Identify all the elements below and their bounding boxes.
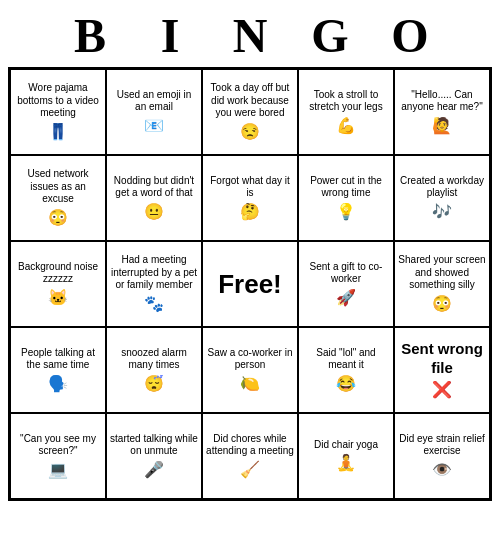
- cell-emoji-8: 💡: [336, 202, 356, 222]
- bingo-cell-11[interactable]: Had a meeting interrupted by a pet or fa…: [106, 241, 202, 327]
- letter-n: N: [210, 8, 290, 63]
- cell-text-4: "Hello..... Can anyone hear me?": [398, 89, 486, 114]
- cell-emoji-24: 👁️: [432, 460, 452, 480]
- bingo-cell-2[interactable]: Took a day off but did work because you …: [202, 69, 298, 155]
- cell-text-17: Saw a co-worker in person: [206, 347, 294, 372]
- bingo-title: B I N G O: [50, 8, 450, 63]
- cell-text-13: Sent a gift to co-worker: [302, 261, 390, 286]
- cell-emoji-19: ❌: [432, 380, 452, 400]
- cell-text-15: People talking at the same time: [14, 347, 102, 372]
- cell-text-23: Did chair yoga: [314, 439, 378, 452]
- cell-text-16: snoozed alarm many times: [110, 347, 198, 372]
- cell-text-7: Forgot what day it is: [206, 175, 294, 200]
- cell-text-10: Background noise zzzzzz: [14, 261, 102, 286]
- letter-g: G: [290, 8, 370, 63]
- free-text: Free!: [218, 268, 282, 301]
- cell-emoji-14: 😳: [432, 294, 452, 314]
- bingo-cell-17[interactable]: Saw a co-worker in person🍋: [202, 327, 298, 413]
- letter-i: I: [130, 8, 210, 63]
- bingo-cell-13[interactable]: Sent a gift to co-worker🚀: [298, 241, 394, 327]
- bingo-cell-10[interactable]: Background noise zzzzzz🐱: [10, 241, 106, 327]
- cell-emoji-1: 📧: [144, 116, 164, 136]
- bingo-cell-14[interactable]: Shared your screen and showed something …: [394, 241, 490, 327]
- cell-text-6: Nodding but didn't get a word of that: [110, 175, 198, 200]
- cell-text-9: Created a workday playlist: [398, 175, 486, 200]
- letter-b: B: [50, 8, 130, 63]
- bingo-grid: Wore pajama bottoms to a video meeting👖U…: [8, 67, 492, 501]
- cell-emoji-20: 💻: [48, 460, 68, 480]
- bingo-cell-1[interactable]: Used an emoji in an email📧: [106, 69, 202, 155]
- bingo-cell-6[interactable]: Nodding but didn't get a word of that😐: [106, 155, 202, 241]
- cell-text-8: Power cut in the wrong time: [302, 175, 390, 200]
- bingo-cell-18[interactable]: Said "lol" and meant it😂: [298, 327, 394, 413]
- bingo-cell-3[interactable]: Took a stroll to stretch your legs💪: [298, 69, 394, 155]
- cell-text-20: "Can you see my screen?": [14, 433, 102, 458]
- cell-emoji-10: 🐱: [48, 288, 68, 308]
- cell-emoji-13: 🚀: [336, 288, 356, 308]
- bingo-cell-21[interactable]: started talking while on unmute🎤: [106, 413, 202, 499]
- cell-text-11: Had a meeting interrupted by a pet or fa…: [110, 254, 198, 292]
- letter-o: O: [370, 8, 450, 63]
- bingo-cell-24[interactable]: Did eye strain relief exercise👁️: [394, 413, 490, 499]
- cell-emoji-6: 😐: [144, 202, 164, 222]
- cell-text-19: Sent wrong file: [398, 340, 486, 378]
- bingo-cell-9[interactable]: Created a workday playlist🎶: [394, 155, 490, 241]
- cell-text-24: Did eye strain relief exercise: [398, 433, 486, 458]
- cell-emoji-5: 😳: [48, 208, 68, 228]
- cell-emoji-0: 👖: [48, 122, 68, 142]
- bingo-cell-23[interactable]: Did chair yoga🧘: [298, 413, 394, 499]
- cell-emoji-16: 😴: [144, 374, 164, 394]
- bingo-cell-8[interactable]: Power cut in the wrong time💡: [298, 155, 394, 241]
- cell-emoji-2: 😒: [240, 122, 260, 142]
- cell-emoji-22: 🧹: [240, 460, 260, 480]
- cell-emoji-11: 🐾: [144, 294, 164, 314]
- cell-text-14: Shared your screen and showed something …: [398, 254, 486, 292]
- cell-emoji-21: 🎤: [144, 460, 164, 480]
- cell-text-3: Took a stroll to stretch your legs: [302, 89, 390, 114]
- cell-text-0: Wore pajama bottoms to a video meeting: [14, 82, 102, 120]
- cell-text-22: Did chores while attending a meeting: [206, 433, 294, 458]
- bingo-cell-7[interactable]: Forgot what day it is🤔: [202, 155, 298, 241]
- cell-emoji-17: 🍋: [240, 374, 260, 394]
- bingo-cell-19[interactable]: Sent wrong file❌: [394, 327, 490, 413]
- bingo-cell-12[interactable]: Free!: [202, 241, 298, 327]
- cell-text-18: Said "lol" and meant it: [302, 347, 390, 372]
- bingo-cell-22[interactable]: Did chores while attending a meeting🧹: [202, 413, 298, 499]
- cell-emoji-4: 🙋: [432, 116, 452, 136]
- bingo-cell-16[interactable]: snoozed alarm many times😴: [106, 327, 202, 413]
- cell-emoji-15: 🗣️: [48, 374, 68, 394]
- cell-emoji-23: 🧘: [336, 453, 356, 473]
- cell-emoji-7: 🤔: [240, 202, 260, 222]
- bingo-cell-5[interactable]: Used network issues as an excuse😳: [10, 155, 106, 241]
- cell-text-5: Used network issues as an excuse: [14, 168, 102, 206]
- bingo-cell-4[interactable]: "Hello..... Can anyone hear me?"🙋: [394, 69, 490, 155]
- bingo-cell-0[interactable]: Wore pajama bottoms to a video meeting👖: [10, 69, 106, 155]
- cell-emoji-18: 😂: [336, 374, 356, 394]
- cell-text-21: started talking while on unmute: [110, 433, 198, 458]
- cell-text-1: Used an emoji in an email: [110, 89, 198, 114]
- bingo-cell-20[interactable]: "Can you see my screen?"💻: [10, 413, 106, 499]
- cell-emoji-9: 🎶: [432, 202, 452, 222]
- cell-text-2: Took a day off but did work because you …: [206, 82, 294, 120]
- bingo-cell-15[interactable]: People talking at the same time🗣️: [10, 327, 106, 413]
- cell-emoji-3: 💪: [336, 116, 356, 136]
